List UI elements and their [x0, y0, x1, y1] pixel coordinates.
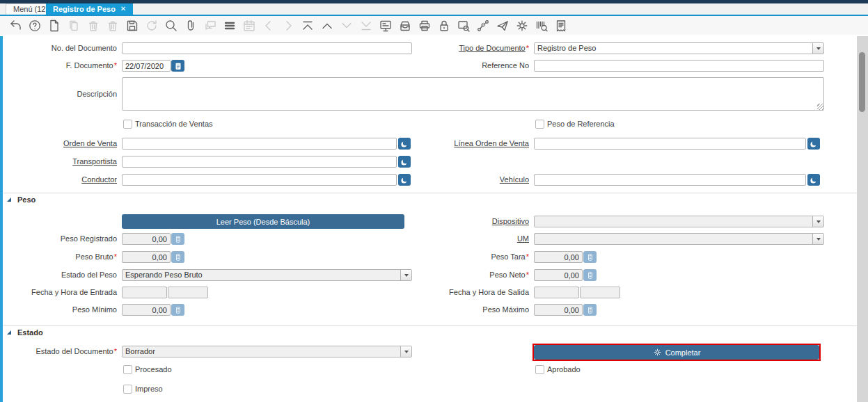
complete-button-highlight: Completar — [532, 344, 821, 361]
sales-order-input[interactable] — [122, 138, 397, 150]
min-weight-calculator-button[interactable] — [171, 304, 184, 316]
processed-checkbox[interactable] — [123, 365, 132, 374]
next-record-icon — [340, 19, 354, 33]
reference-weight-checkbox[interactable] — [535, 120, 544, 129]
field-label-tare-weight: Peso Tara* — [418, 251, 529, 263]
tare-weight-input — [534, 251, 583, 263]
preference-icon[interactable] — [515, 19, 529, 33]
carrier-input[interactable] — [122, 156, 397, 168]
gross-weight-calculator-button[interactable] — [171, 251, 184, 263]
tab-registro-de-peso[interactable]: Registro de Peso ✕ — [46, 3, 133, 15]
chat-icon — [203, 19, 217, 33]
search-icon — [809, 175, 819, 185]
tare-weight-calculator-button[interactable] — [583, 251, 597, 263]
net-weight-input — [534, 269, 583, 281]
gear-icon — [653, 348, 662, 357]
max-weight-calculator-button[interactable] — [583, 304, 597, 316]
undo-icon[interactable] — [8, 19, 22, 33]
approved-checkbox[interactable] — [535, 365, 544, 374]
sales-transaction-checkbox[interactable] — [123, 120, 132, 129]
field-label-sales-order-line[interactable]: Línea Orden de Venta — [418, 138, 529, 150]
previous-record-icon[interactable] — [320, 19, 334, 33]
gross-weight-input — [122, 251, 171, 263]
chevron-down-icon[interactable] — [812, 43, 823, 54]
weight-status-combobox[interactable]: Esperando Peso Bruto — [122, 269, 412, 281]
new-record-icon[interactable] — [47, 19, 61, 33]
content-left-accent — [0, 36, 3, 402]
read-weight-button[interactable]: Leer Peso (Desde Báscula) — [122, 214, 404, 229]
archive-icon[interactable] — [398, 19, 412, 33]
complete-button[interactable]: Completar — [534, 345, 819, 360]
chevron-down-icon[interactable] — [400, 270, 411, 280]
delete-selection-icon — [106, 19, 120, 33]
workflow-icon[interactable] — [476, 19, 490, 33]
field-label-vehicle[interactable]: Vehículo — [418, 174, 529, 186]
sales-order-lookup-button[interactable] — [398, 138, 411, 150]
field-label-document-date: F. Documento* — [6, 60, 117, 72]
driver-input[interactable] — [122, 174, 397, 186]
print-icon[interactable] — [418, 19, 432, 33]
field-label-weight-status: Estado del Peso — [6, 269, 117, 281]
document-status-combobox[interactable]: Borrador — [122, 346, 412, 357]
textarea-resize-handle[interactable] — [817, 104, 823, 110]
weight-section-header[interactable]: Peso — [7, 195, 35, 204]
carrier-lookup-button[interactable] — [398, 156, 411, 168]
field-label-sales-order[interactable]: Orden de Venta — [6, 138, 117, 150]
registered-weight-calculator-button[interactable] — [171, 233, 184, 245]
document-type-combobox[interactable]: Registro de Peso — [534, 42, 824, 54]
entry-date-input — [122, 287, 167, 298]
form-canvas: No. del Documento Tipo de Documento* Reg… — [0, 35, 868, 402]
document-date-input[interactable] — [122, 60, 171, 72]
sales-order-line-lookup-button[interactable] — [807, 138, 820, 150]
driver-lookup-button[interactable] — [398, 174, 411, 186]
field-label-uom[interactable]: UM — [418, 233, 529, 245]
chevron-down-icon — [812, 234, 823, 244]
send-mail-icon[interactable] — [496, 19, 510, 33]
report-icon[interactable] — [379, 19, 393, 33]
toolbar — [0, 16, 868, 35]
barcode-scan-icon[interactable] — [535, 19, 549, 33]
device-combobox — [534, 216, 824, 227]
toggle-list-icon[interactable] — [223, 19, 237, 33]
field-label-gross-weight: Peso Bruto* — [6, 251, 117, 263]
reference-no-input[interactable] — [534, 60, 824, 72]
field-label-driver[interactable]: Conductor — [6, 174, 117, 186]
attachment-icon[interactable] — [184, 19, 198, 33]
field-label-document-type[interactable]: Tipo de Documento* — [418, 42, 529, 54]
refresh-icon — [145, 19, 159, 33]
printed-checkbox[interactable] — [123, 385, 132, 394]
first-record-icon[interactable] — [301, 19, 315, 33]
calculator-icon — [585, 271, 595, 280]
description-textarea[interactable] — [122, 77, 824, 111]
document-info-icon[interactable] — [554, 19, 568, 33]
calendar-picker-button[interactable] — [171, 60, 184, 72]
last-record-icon — [359, 19, 373, 33]
zoom-across-icon[interactable] — [457, 19, 471, 33]
vertical-scrollbar[interactable] — [857, 36, 868, 402]
lock-icon[interactable] — [437, 19, 451, 33]
find-record-icon[interactable] — [164, 19, 178, 33]
field-label-device[interactable]: Dispositivo — [418, 216, 529, 227]
max-weight-input — [534, 304, 583, 316]
min-weight-input — [122, 304, 171, 316]
sales-order-line-input[interactable] — [534, 138, 806, 150]
delete-record-icon — [86, 19, 100, 33]
save-icon[interactable] — [125, 19, 139, 33]
copy-record-icon — [67, 19, 81, 33]
status-section-header[interactable]: Estado — [7, 328, 43, 337]
chevron-down-icon[interactable] — [400, 346, 411, 357]
section-separator — [3, 193, 863, 193]
field-label-registered-weight: Peso Registrado — [6, 233, 117, 245]
document-no-input[interactable] — [122, 42, 412, 54]
vehicle-input[interactable] — [534, 174, 806, 186]
next-tab-icon — [281, 19, 295, 33]
scrollbar-thumb[interactable] — [859, 52, 865, 112]
field-label-carrier[interactable]: Transportista — [6, 156, 117, 168]
vehicle-lookup-button[interactable] — [807, 174, 820, 186]
tab-close-icon[interactable]: ✕ — [120, 6, 126, 13]
net-weight-calculator-button[interactable] — [583, 269, 597, 281]
help-icon[interactable] — [28, 19, 42, 33]
section-collapse-icon[interactable] — [7, 198, 11, 202]
section-collapse-icon[interactable] — [7, 330, 11, 335]
field-label-document-status: Estado del Documento* — [6, 346, 117, 357]
